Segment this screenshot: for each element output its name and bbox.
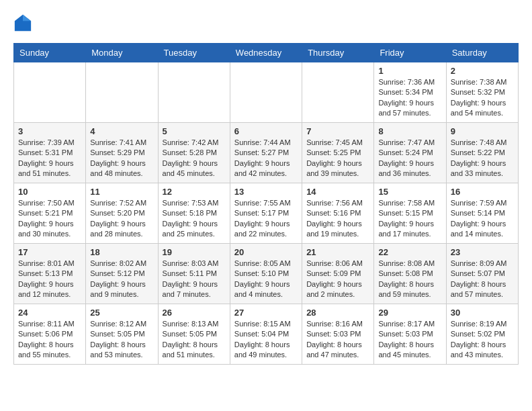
day-info: Sunrise: 7:45 AM Sunset: 5:25 PM Dayligh… — [306, 138, 369, 179]
day-number: 23 — [451, 247, 514, 257]
day-number: 15 — [378, 187, 441, 197]
day-number: 10 — [18, 187, 81, 197]
calendar-cell: 15Sunrise: 7:58 AM Sunset: 5:15 PM Dayli… — [374, 183, 446, 244]
day-number: 7 — [306, 126, 369, 136]
day-number: 14 — [306, 187, 369, 197]
day-number: 22 — [378, 247, 441, 257]
calendar-cell — [302, 62, 374, 123]
day-number: 18 — [90, 247, 153, 257]
day-number: 1 — [378, 66, 441, 76]
day-number: 6 — [234, 126, 298, 136]
weekday-header-tuesday: Tuesday — [158, 44, 230, 62]
svg-marker-1 — [23, 15, 31, 21]
calendar-cell: 26Sunrise: 8:13 AM Sunset: 5:05 PM Dayli… — [158, 304, 230, 365]
header — [13, 13, 519, 32]
day-info: Sunrise: 7:48 AM Sunset: 5:22 PM Dayligh… — [451, 138, 514, 179]
day-info: Sunrise: 8:19 AM Sunset: 5:02 PM Dayligh… — [451, 319, 514, 361]
day-info: Sunrise: 7:56 AM Sunset: 5:16 PM Dayligh… — [306, 198, 369, 240]
day-number: 16 — [451, 187, 514, 197]
day-number: 11 — [90, 187, 153, 197]
day-info: Sunrise: 7:41 AM Sunset: 5:29 PM Dayligh… — [90, 138, 153, 179]
calendar-cell: 4Sunrise: 7:41 AM Sunset: 5:29 PM Daylig… — [86, 123, 158, 183]
day-info: Sunrise: 8:01 AM Sunset: 5:13 PM Dayligh… — [18, 259, 81, 300]
calendar-cell: 18Sunrise: 8:02 AM Sunset: 5:12 PM Dayli… — [86, 244, 158, 304]
day-number: 2 — [451, 66, 514, 76]
calendar-cell: 16Sunrise: 7:59 AM Sunset: 5:14 PM Dayli… — [446, 183, 518, 244]
day-info: Sunrise: 7:47 AM Sunset: 5:24 PM Dayligh… — [378, 138, 441, 179]
calendar-cell — [158, 62, 230, 123]
day-info: Sunrise: 8:11 AM Sunset: 5:06 PM Dayligh… — [18, 319, 81, 361]
day-info: Sunrise: 7:58 AM Sunset: 5:15 PM Dayligh… — [378, 198, 441, 240]
calendar-cell: 19Sunrise: 8:03 AM Sunset: 5:11 PM Dayli… — [158, 244, 230, 304]
calendar-week-3: 10Sunrise: 7:50 AM Sunset: 5:21 PM Dayli… — [14, 183, 519, 244]
calendar-cell: 20Sunrise: 8:05 AM Sunset: 5:10 PM Dayli… — [230, 244, 302, 304]
day-info: Sunrise: 8:03 AM Sunset: 5:11 PM Dayligh… — [163, 259, 226, 300]
main-container: SundayMondayTuesdayWednesdayThursdayFrid… — [0, 0, 532, 371]
day-number: 19 — [163, 247, 226, 257]
day-number: 5 — [163, 126, 226, 136]
calendar-cell — [14, 62, 86, 123]
calendar-week-1: 1Sunrise: 7:36 AM Sunset: 5:34 PM Daylig… — [14, 62, 519, 123]
calendar-cell: 2Sunrise: 7:38 AM Sunset: 5:32 PM Daylig… — [446, 62, 518, 123]
day-info: Sunrise: 7:50 AM Sunset: 5:21 PM Dayligh… — [18, 198, 81, 240]
day-number: 28 — [306, 308, 369, 318]
day-number: 8 — [378, 126, 441, 136]
weekday-header-saturday: Saturday — [446, 44, 518, 62]
day-info: Sunrise: 7:39 AM Sunset: 5:31 PM Dayligh… — [18, 138, 81, 179]
weekday-header-thursday: Thursday — [302, 44, 374, 62]
calendar-cell — [86, 62, 158, 123]
weekday-header-monday: Monday — [86, 44, 158, 62]
day-number: 13 — [234, 187, 298, 197]
calendar-cell: 11Sunrise: 7:52 AM Sunset: 5:20 PM Dayli… — [86, 183, 158, 244]
day-info: Sunrise: 7:38 AM Sunset: 5:32 PM Dayligh… — [451, 77, 514, 119]
calendar-cell: 28Sunrise: 8:16 AM Sunset: 5:03 PM Dayli… — [302, 304, 374, 365]
day-info: Sunrise: 8:09 AM Sunset: 5:07 PM Dayligh… — [451, 259, 514, 300]
day-number: 27 — [234, 308, 298, 318]
day-number: 29 — [378, 308, 441, 318]
day-number: 3 — [18, 126, 81, 136]
calendar-cell: 25Sunrise: 8:12 AM Sunset: 5:05 PM Dayli… — [86, 304, 158, 365]
calendar-cell: 6Sunrise: 7:44 AM Sunset: 5:27 PM Daylig… — [230, 123, 302, 183]
calendar-cell — [230, 62, 302, 123]
calendar-table: SundayMondayTuesdayWednesdayThursdayFrid… — [13, 43, 519, 365]
calendar-cell: 13Sunrise: 7:55 AM Sunset: 5:17 PM Dayli… — [230, 183, 302, 244]
day-info: Sunrise: 7:42 AM Sunset: 5:28 PM Dayligh… — [163, 138, 226, 179]
day-info: Sunrise: 8:12 AM Sunset: 5:05 PM Dayligh… — [90, 319, 153, 361]
day-info: Sunrise: 8:06 AM Sunset: 5:09 PM Dayligh… — [306, 259, 369, 300]
day-number: 26 — [163, 308, 226, 318]
day-number: 21 — [306, 247, 369, 257]
weekday-header-sunday: Sunday — [14, 44, 86, 62]
calendar-cell: 22Sunrise: 8:08 AM Sunset: 5:08 PM Dayli… — [374, 244, 446, 304]
calendar-week-4: 17Sunrise: 8:01 AM Sunset: 5:13 PM Dayli… — [14, 244, 519, 304]
calendar-week-5: 24Sunrise: 8:11 AM Sunset: 5:06 PM Dayli… — [14, 304, 519, 365]
calendar-cell: 8Sunrise: 7:47 AM Sunset: 5:24 PM Daylig… — [374, 123, 446, 183]
calendar-cell: 5Sunrise: 7:42 AM Sunset: 5:28 PM Daylig… — [158, 123, 230, 183]
day-info: Sunrise: 7:52 AM Sunset: 5:20 PM Dayligh… — [90, 198, 153, 240]
calendar-cell: 12Sunrise: 7:53 AM Sunset: 5:18 PM Dayli… — [158, 183, 230, 244]
weekday-header-row: SundayMondayTuesdayWednesdayThursdayFrid… — [14, 44, 519, 62]
calendar-cell: 17Sunrise: 8:01 AM Sunset: 5:13 PM Dayli… — [14, 244, 86, 304]
weekday-header-friday: Friday — [374, 44, 446, 62]
day-info: Sunrise: 7:53 AM Sunset: 5:18 PM Dayligh… — [163, 198, 226, 240]
day-number: 25 — [90, 308, 153, 318]
calendar-cell: 30Sunrise: 8:19 AM Sunset: 5:02 PM Dayli… — [446, 304, 518, 365]
calendar-cell: 9Sunrise: 7:48 AM Sunset: 5:22 PM Daylig… — [446, 123, 518, 183]
day-info: Sunrise: 8:17 AM Sunset: 5:03 PM Dayligh… — [378, 319, 441, 361]
day-number: 30 — [451, 308, 514, 318]
day-info: Sunrise: 8:13 AM Sunset: 5:05 PM Dayligh… — [163, 319, 226, 361]
day-number: 17 — [18, 247, 81, 257]
day-info: Sunrise: 7:36 AM Sunset: 5:34 PM Dayligh… — [378, 77, 441, 119]
logo-icon — [13, 13, 32, 32]
day-info: Sunrise: 8:02 AM Sunset: 5:12 PM Dayligh… — [90, 259, 153, 300]
calendar-cell: 1Sunrise: 7:36 AM Sunset: 5:34 PM Daylig… — [374, 62, 446, 123]
day-number: 12 — [163, 187, 226, 197]
calendar-cell: 14Sunrise: 7:56 AM Sunset: 5:16 PM Dayli… — [302, 183, 374, 244]
calendar-cell: 29Sunrise: 8:17 AM Sunset: 5:03 PM Dayli… — [374, 304, 446, 365]
calendar-cell: 3Sunrise: 7:39 AM Sunset: 5:31 PM Daylig… — [14, 123, 86, 183]
day-number: 4 — [90, 126, 153, 136]
calendar-cell: 24Sunrise: 8:11 AM Sunset: 5:06 PM Dayli… — [14, 304, 86, 365]
weekday-header-wednesday: Wednesday — [230, 44, 302, 62]
day-number: 24 — [18, 308, 81, 318]
day-info: Sunrise: 8:15 AM Sunset: 5:04 PM Dayligh… — [234, 319, 298, 361]
calendar-cell: 21Sunrise: 8:06 AM Sunset: 5:09 PM Dayli… — [302, 244, 374, 304]
